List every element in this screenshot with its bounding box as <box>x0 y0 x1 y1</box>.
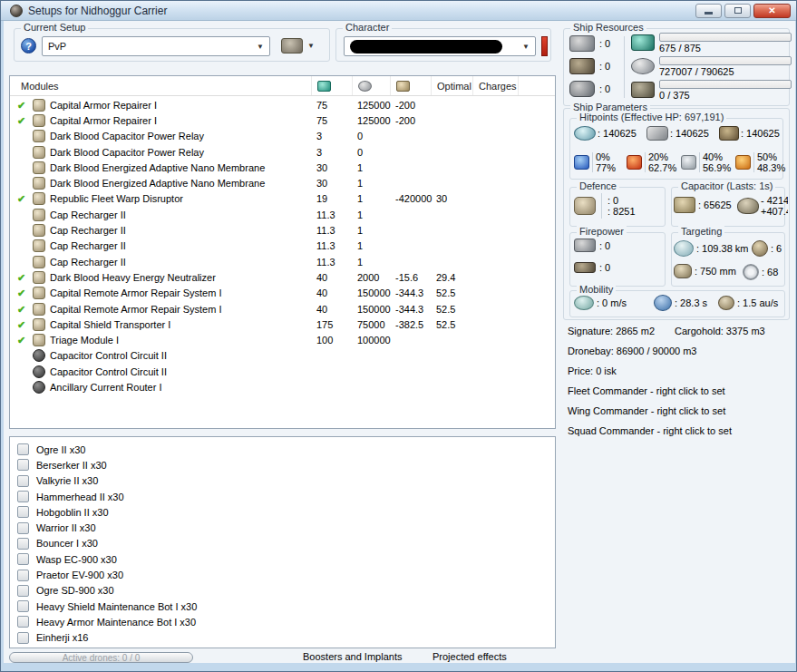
ship-resources-label: Ship Resources <box>570 22 646 33</box>
drone-item[interactable]: Hobgoblin II x30 <box>10 504 555 520</box>
app-icon <box>10 5 23 17</box>
active-drones-bar[interactable]: Active drones: 0 / 0 <box>9 652 193 663</box>
help-icon[interactable]: ? <box>21 38 36 54</box>
module-row[interactable]: ✔ Capital Remote Armor Repair System I 4… <box>10 301 555 317</box>
drone-checkbox[interactable] <box>17 585 29 597</box>
turret-hardpoints-icon <box>569 35 595 52</box>
fleet-commander-text[interactable]: Fleet Commander - right click to set <box>568 385 725 396</box>
drone-icon <box>674 264 692 278</box>
drone-item[interactable]: Heavy Shield Maintenance Bot I x30 <box>10 599 555 614</box>
drone-item[interactable]: Heavy Armor Maintenance Bot I x30 <box>10 614 555 629</box>
fitting-tools-button[interactable]: ▼ <box>281 38 315 54</box>
drone-item[interactable]: Berserker II x30 <box>10 457 555 472</box>
module-row[interactable]: ✔ Dark Blood Energized Adaptive Nano Mem… <box>10 175 555 190</box>
targeting-range: : 109.38 km <box>674 240 748 257</box>
drone-item[interactable]: Ogre II x30 <box>10 442 555 457</box>
module-name: Cap Recharger II <box>50 240 126 251</box>
module-row[interactable]: ✔ Capital Remote Armor Repair System I 4… <box>10 286 555 301</box>
active-drones-text: Active drones: 0 / 0 <box>63 653 141 663</box>
module-row[interactable]: ✔ Cap Recharger II 11.3 1 <box>10 207 555 222</box>
speed: : 0 m/s <box>574 296 627 310</box>
module-row[interactable]: ✔ Cap Recharger II 11.3 1 <box>10 222 555 238</box>
module-row[interactable]: ✔ Dark Blood Capacitor Power Relay 3 0 <box>10 129 555 144</box>
shield-icon <box>574 126 596 141</box>
calibration-progress-bar <box>659 80 792 89</box>
drone-checkbox[interactable] <box>17 538 29 550</box>
module-name: Capital Remote Armor Repair System I <box>50 287 222 298</box>
drone-item[interactable]: Praetor EV-900 x30 <box>10 567 555 582</box>
structure-icon <box>719 126 739 141</box>
restore-button[interactable] <box>724 4 751 18</box>
drone-checkbox[interactable] <box>17 522 29 534</box>
drone-checkbox[interactable] <box>17 600 29 612</box>
module-name: Capital Shield Transporter I <box>50 319 170 330</box>
module-row[interactable]: ✔ Republic Fleet Warp Disruptor 19 1 -42… <box>10 191 555 207</box>
drone-checkbox[interactable] <box>17 443 29 455</box>
module-row[interactable]: ✔ Capital Armor Repairer I 75 125000 -20… <box>10 112 555 128</box>
drone-item[interactable]: Valkyrie II x30 <box>10 473 555 489</box>
drone-label: Wasp EC-900 x30 <box>36 554 117 565</box>
drone-label: Ogre II x30 <box>36 444 85 455</box>
module-name: Capital Armor Repairer I <box>50 115 157 126</box>
module-row[interactable]: ✔ Capacitor Control Circuit II <box>10 348 555 364</box>
module-row[interactable]: ✔ Dark Blood Heavy Energy Neutralizer 40… <box>10 269 555 285</box>
module-row[interactable]: ✔ Capital Armor Repairer I 75 125000 -20… <box>10 97 555 112</box>
projected-effects-label[interactable]: Projected effects <box>433 651 507 662</box>
missile-icon <box>574 262 596 273</box>
drone-checkbox[interactable] <box>17 475 29 487</box>
wing-commander-text[interactable]: Wing Commander - right click to set <box>568 405 725 416</box>
window-title: Setups for Nidhoggur Carrier <box>28 5 167 17</box>
drone-checkbox[interactable] <box>17 616 29 628</box>
minimize-button[interactable] <box>695 4 722 18</box>
fitted-check-icon: ✔ <box>17 193 28 204</box>
calibration-resource: 0 / 375 <box>631 80 792 101</box>
module-row[interactable]: ✔ Capital Shield Transporter I 175 75000… <box>10 317 555 332</box>
module-cap-use: -344.3 <box>390 304 431 315</box>
module-optimal: 52.5 <box>431 319 472 330</box>
powergrid-column-header <box>352 76 390 95</box>
character-select[interactable]: ▼ <box>344 36 536 56</box>
drone-checkbox[interactable] <box>17 632 29 644</box>
module-row[interactable]: ✔ Ancillary Current Router I <box>10 379 555 394</box>
module-row[interactable]: ✔ Capacitor Control Circuit II <box>10 364 555 379</box>
module-row[interactable]: ✔ Dark Blood Capacitor Power Relay 3 0 <box>10 144 555 160</box>
drone-label: Berserker II x30 <box>36 460 107 471</box>
drone-checkbox[interactable] <box>17 459 29 471</box>
align-time: : 28.3 s <box>654 295 707 311</box>
minimize-icon <box>705 12 713 15</box>
drone-item[interactable]: Bouncer I x30 <box>10 536 555 551</box>
character-label: Character <box>343 22 392 33</box>
module-powergrid: 125000 <box>352 100 390 111</box>
boosters-implants-label[interactable]: Boosters and Implants <box>303 651 402 662</box>
close-button[interactable]: ✕ <box>753 4 791 18</box>
module-icon <box>33 271 45 284</box>
drone-checkbox[interactable] <box>17 506 29 518</box>
drone-checkbox[interactable] <box>17 570 29 581</box>
drone-item[interactable]: Warrior II x30 <box>10 520 555 535</box>
drone-item[interactable]: Einherji x16 <box>10 630 555 646</box>
title-bar[interactable]: Setups for Nidhoggur Carrier ✕ <box>1 1 796 21</box>
speed-icon <box>574 296 594 310</box>
drone-checkbox[interactable] <box>17 553 29 565</box>
drone-item[interactable]: Ogre SD-900 x30 <box>10 583 555 599</box>
structure-hp-value: : 140625 <box>741 128 780 139</box>
warp-icon <box>718 296 734 310</box>
module-row[interactable]: ✔ Triage Module I 100 100000 <box>10 332 555 347</box>
module-row[interactable]: ✔ Cap Recharger II 11.3 1 <box>10 239 555 254</box>
drone-item[interactable]: Wasp EC-900 x30 <box>10 551 555 567</box>
module-icon <box>33 349 45 362</box>
module-row[interactable]: ✔ Dark Blood Energized Adaptive Nano Mem… <box>10 160 555 175</box>
drone-item[interactable]: Hammerhead II x30 <box>10 489 555 504</box>
targeting-range-value: : 109.38 km <box>696 243 748 254</box>
client-area: Current Setup ? PvP ▼ ▼ Character ▼ Modu… <box>4 21 795 663</box>
setup-select[interactable]: PvP ▼ <box>42 36 270 56</box>
module-name: Republic Fleet Warp Disruptor <box>50 193 183 204</box>
capacitor-icon <box>396 81 410 92</box>
rig-slots-value: : 0 <box>599 83 610 94</box>
modules-header: Modules Optimal Charges <box>10 76 555 96</box>
drone-checkbox[interactable] <box>17 491 29 502</box>
fitted-check-icon: ✔ <box>17 272 28 283</box>
squad-commander-text[interactable]: Squad Commander - right click to set <box>568 425 732 436</box>
em-resist-bottom: 77% <box>596 162 616 173</box>
module-row[interactable]: ✔ Cap Recharger II 11.3 1 <box>10 254 555 269</box>
